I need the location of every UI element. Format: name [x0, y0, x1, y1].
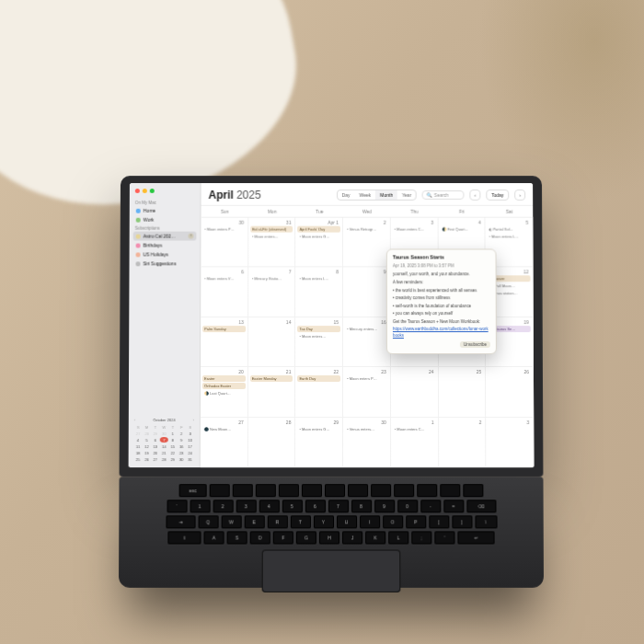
day-cell[interactable]: 6• Moon enters V… [201, 268, 248, 317]
event-pill[interactable]: 🌑 New Moon… [202, 426, 246, 432]
sidebar-item[interactable]: US Holidays [133, 249, 197, 259]
day-cell[interactable]: 20EasterOrthodox Easter🌗 Last Quart… [201, 367, 248, 417]
calendar-main: April 2025 DayWeekMonthYear 🔍 Search ‹ T… [201, 183, 535, 467]
event-pill[interactable]: • Moon enters… [250, 234, 293, 240]
trackpad [262, 550, 401, 592]
event-pill[interactable]: Orthodox Easter [202, 383, 246, 389]
view-year[interactable]: Year [397, 190, 416, 200]
sidebar-item[interactable]: Siri Suggestions [133, 259, 197, 268]
day-cell[interactable]: 15Tax Day• Moon enters… [295, 317, 343, 367]
event-pill[interactable]: • Moon enters V… [202, 276, 246, 282]
event-pill[interactable]: ◐ Partial Sol… [488, 226, 531, 233]
mini-calendar[interactable]: ‹ October 2024 › SMTWTFS2728293012345678… [132, 416, 196, 464]
day-cell[interactable]: 30• Moon enters P… [201, 218, 248, 268]
event-pill[interactable]: Easter [202, 375, 246, 382]
day-cell[interactable]: 30• Venus enters… [343, 418, 391, 468]
event-pill[interactable]: • Moon enters P… [202, 226, 246, 233]
view-day[interactable]: Day [338, 190, 355, 200]
page-title: April 2025 [209, 189, 261, 201]
day-cell[interactable]: 14 [248, 317, 296, 367]
mini-cal-prev[interactable]: ‹ [134, 418, 135, 422]
mini-cal-next[interactable]: › [193, 418, 194, 422]
next-month-button[interactable]: › [515, 190, 526, 201]
event-pill[interactable]: • Mercury enters… [345, 326, 388, 332]
event-pill[interactable]: • Venus Retrogr… [345, 226, 388, 233]
event-pill[interactable]: 🌓 First Quart… [440, 226, 483, 233]
unsubscribe-button[interactable]: Unsubscribe [460, 341, 490, 348]
day-cell[interactable]: Apr 1April Fools' Day• Moon enters G… [296, 218, 344, 268]
view-segment[interactable]: DayWeekMonthYear [337, 190, 417, 201]
event-pill[interactable]: • Venus enters… [345, 426, 388, 432]
event-pill[interactable]: Palm Sunday [202, 326, 246, 332]
sidebar-item[interactable]: Astro Cal 202…! [133, 232, 197, 241]
day-cell[interactable]: 21Easter Monday [248, 367, 296, 417]
sidebar-item[interactable]: Work [133, 215, 197, 224]
laptop-base: esc`1234567890-=⌫⇥QWERTYUIOP[]\⇪ASDFGHJK… [119, 477, 544, 588]
search-icon: 🔍 [427, 192, 432, 198]
mini-cal-month: October 2024 [153, 418, 175, 422]
day-headers: SunMonTueWedThuFriSat [201, 206, 533, 218]
event-pill[interactable]: • Moon enters… [297, 333, 340, 339]
event-pill[interactable]: April Fools' Day [298, 226, 341, 233]
event-pill[interactable]: • Moon enters G… [297, 426, 340, 432]
day-cell[interactable]: 1• Moon enters C… [391, 418, 439, 468]
event-pill[interactable]: • Moon enters C… [393, 426, 436, 432]
sidebar-item[interactable]: Home [133, 206, 197, 215]
day-cell[interactable]: 24 [391, 367, 439, 417]
window-controls[interactable] [133, 187, 197, 197]
event-pill[interactable]: • Moon enters P… [345, 375, 388, 382]
day-cell[interactable]: 22Earth Day [295, 367, 343, 417]
prev-month-button[interactable]: ‹ [470, 190, 481, 201]
day-cell[interactable]: 16• Mercury enters… [343, 317, 391, 367]
event-pill[interactable]: 🌗 Last Quart… [202, 390, 246, 397]
event-pill[interactable]: Eid al-Fitr (observed) [250, 226, 293, 233]
event-pill[interactable]: Easter Monday [250, 375, 293, 382]
day-cell[interactable]: 25 [439, 367, 487, 417]
event-pill[interactable]: • Mercury Statio… [250, 276, 293, 282]
event-pill[interactable]: • Moon enters L… [297, 276, 340, 282]
today-button[interactable]: Today [486, 190, 509, 201]
event-popover: Taurus Season Starts Apr 19, 2025 3:08 P… [386, 248, 497, 353]
day-cell[interactable]: 7• Mercury Statio… [248, 268, 296, 317]
day-cell[interactable]: 9 [343, 268, 391, 317]
event-pill[interactable]: Tax Day [297, 326, 340, 332]
popover-time: Apr 19, 2025 3:08 PM to 3:57 PM [393, 263, 490, 269]
day-cell[interactable]: 13Palm Sunday [201, 317, 248, 367]
day-cell[interactable]: 26 [486, 367, 534, 417]
day-cell[interactable]: 3 [486, 418, 534, 468]
sidebar-item[interactable]: Birthdays [133, 241, 197, 250]
day-cell[interactable]: 23• Moon enters P… [343, 367, 391, 417]
event-pill[interactable]: • Moon enters G… [298, 234, 341, 240]
day-cell[interactable]: 28 [248, 418, 296, 468]
day-cell[interactable]: 2 [439, 418, 487, 468]
event-pill[interactable]: Earth Day [297, 375, 340, 382]
search-input[interactable]: 🔍 Search [422, 190, 465, 200]
event-pill[interactable]: • Moon enters C… [393, 226, 436, 233]
view-month[interactable]: Month [375, 190, 397, 200]
popover-link[interactable]: https://www.earthbuddha.com/collections/… [393, 327, 490, 339]
popover-title: Taurus Season Starts [393, 254, 490, 261]
day-cell[interactable]: 31Eid al-Fitr (observed)• Moon enters… [248, 218, 296, 268]
day-cell[interactable]: 27🌑 New Moon… [201, 418, 248, 468]
day-cell[interactable]: 2• Venus Retrogr… [343, 218, 391, 268]
day-cell[interactable]: 8• Moon enters L… [295, 268, 343, 317]
view-week[interactable]: Week [354, 190, 375, 200]
day-cell[interactable]: 29• Moon enters G… [295, 418, 343, 468]
toolbar: April 2025 DayWeekMonthYear 🔍 Search ‹ T… [201, 183, 534, 206]
event-pill[interactable]: • Moon enters L… [488, 234, 531, 240]
calendar-sidebar: On My MacHomeWorkSubscriptionsAstro Cal … [129, 183, 201, 467]
